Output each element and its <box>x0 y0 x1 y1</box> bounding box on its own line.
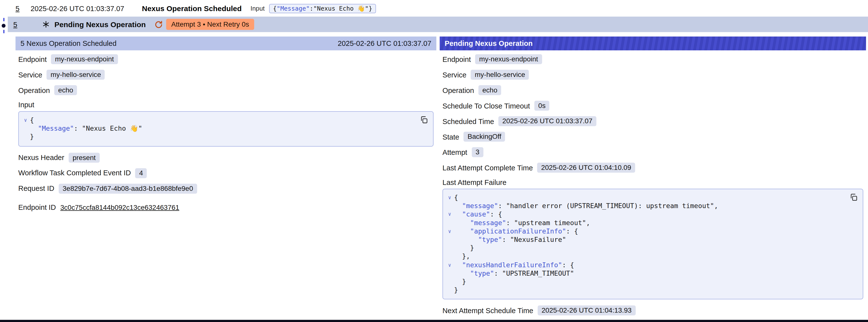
scheduled-event-panel: 5 Nexus Operation Scheduled 2025-02-26 U… <box>16 36 436 319</box>
code-key: "type" <box>478 236 502 244</box>
event-timestamp: 2025-02-26 UTC 01:03:37.07 <box>31 4 124 12</box>
code-gutter <box>445 202 454 211</box>
collapse-toggle-icon[interactable]: ∨ <box>21 116 30 125</box>
retry-icon <box>155 20 163 29</box>
event-id-link[interactable]: 5 <box>16 4 20 12</box>
collapse-toggle-icon[interactable]: ∨ <box>445 261 454 269</box>
code-key: "message" <box>470 219 506 227</box>
code-text: :"Nexus Echo 👋"} <box>310 5 372 12</box>
field-label: Service <box>18 70 42 79</box>
collapse-toggle-icon[interactable]: ∨ <box>445 211 454 219</box>
code-text <box>454 261 462 269</box>
field-value-chip: my-nexus-endpoint <box>475 54 542 64</box>
field-nexus-header: Nexus Header present <box>18 150 434 165</box>
code-line: ∨ "nexusHandlerFailureInfo": { <box>445 261 857 269</box>
field-label: Operation <box>18 86 50 94</box>
pending-operation-title: Pending Nexus Operation <box>54 20 146 29</box>
code-key: "cause" <box>462 211 490 219</box>
event-detail-panels: 5 Nexus Operation Scheduled 2025-02-26 U… <box>16 36 866 319</box>
code-text <box>454 219 470 227</box>
code-key: "applicationFailureInfo" <box>470 227 566 236</box>
field-label: Endpoint <box>442 55 471 63</box>
field-value-chip: my-hello-service <box>46 70 105 79</box>
field-service: Service my-hello-service <box>18 67 434 83</box>
field-label: Next Attempt Schedule Time <box>442 307 533 315</box>
field-service: Service my-hello-service <box>442 67 863 83</box>
code-gutter <box>21 133 30 141</box>
scheduled-panel-body: Endpoint my-nexus-endpoint Service my-he… <box>16 50 436 215</box>
bottom-edge-divider <box>0 320 868 322</box>
event-row-scheduled[interactable]: 5 2025-02-26 UTC 01:03:37.07 Nexus Opera… <box>0 0 868 17</box>
code-key: "message" <box>462 202 498 211</box>
code-line: } <box>21 133 427 141</box>
attempt-retry-badge: Attempt 3 • Next Retry 0s <box>166 19 254 30</box>
input-section-label: Input <box>18 98 434 111</box>
field-value-chip: my-nexus-endpoint <box>51 54 118 64</box>
code-gutter <box>445 244 454 253</box>
endpoint-id-link[interactable]: 3c0c75ccfa8144b092c13ce632463761 <box>60 203 179 211</box>
code-gutter <box>21 125 30 133</box>
code-text: { <box>273 5 277 12</box>
code-text <box>454 211 462 219</box>
field-label: State <box>442 133 459 141</box>
code-line: "type": "NexusFailure" <box>445 236 857 244</box>
code-line: "type": "UPSTREAM_TIMEOUT" <box>445 269 857 278</box>
copy-icon[interactable] <box>849 193 858 201</box>
field-value-chip: 0s <box>534 101 550 110</box>
field-endpoint: Endpoint my-nexus-endpoint <box>18 52 434 67</box>
code-text: } <box>454 278 466 286</box>
code-gutter <box>445 253 454 261</box>
field-value-chip: present <box>69 153 100 162</box>
field-label: Endpoint ID <box>18 203 56 212</box>
field-label: Request ID <box>18 185 54 193</box>
code-gutter <box>445 219 454 227</box>
field-state: State BackingOff <box>442 129 863 144</box>
code-text: { <box>30 116 34 125</box>
field-next-attempt-schedule-time: Next Attempt Schedule Time 2025-02-26 UT… <box>442 303 863 319</box>
code-text: : "handler error (UPSTREAM_TIMEOUT): ups… <box>498 202 718 211</box>
code-line: } <box>445 286 857 295</box>
code-text: : "upstream timeout", <box>506 219 590 227</box>
field-scheduled-time: Scheduled Time 2025-02-26 UTC 01:03:37.0… <box>442 114 863 129</box>
pending-operation-row[interactable]: 5 Pending Nexus Operation Attempt 3 • Ne… <box>8 17 868 32</box>
scheduled-panel-header: 5 Nexus Operation Scheduled 2025-02-26 U… <box>16 36 436 50</box>
code-gutter <box>445 286 454 295</box>
field-request-id: Request ID 3e829b7e-7d67-4b08-aad3-b1e86… <box>18 181 434 196</box>
code-line: "message": "upstream timeout", <box>445 219 857 227</box>
code-text <box>454 269 470 278</box>
field-value-chip: my-hello-service <box>471 70 529 79</box>
collapse-toggle-icon[interactable]: ∨ <box>445 227 454 236</box>
field-label: Workflow Task Completed Event ID <box>18 169 131 177</box>
pending-operation-panel: Pending Nexus Operation Endpoint my-nexu… <box>440 36 866 319</box>
code-text: : "Nexus Echo 👋" <box>74 125 142 133</box>
event-id-link[interactable]: 5 <box>13 20 17 29</box>
copy-icon[interactable] <box>420 115 429 124</box>
timeline-dot-icon <box>2 24 6 28</box>
code-text: : "NexusFailure" <box>502 236 566 244</box>
field-operation: Operation echo <box>18 82 434 98</box>
event-title: Nexus Operation Scheduled <box>142 4 242 12</box>
field-value-chip: 3e829b7e-7d67-4b08-aad3-b1e868bfe9e0 <box>59 184 197 193</box>
code-line: "message": "handler error (UPSTREAM_TIME… <box>445 202 857 211</box>
code-text: } <box>454 286 458 295</box>
input-json-viewer: ∨{ "Message": "Nexus Echo 👋" } <box>18 111 434 147</box>
field-label: Last Attempt Complete Time <box>442 163 533 172</box>
field-attempt: Attempt 3 <box>442 144 863 160</box>
code-text <box>454 202 462 211</box>
field-label: Endpoint <box>18 55 46 63</box>
field-value-chip: 3 <box>472 147 483 157</box>
input-preview-chip[interactable]: {"Message":"Nexus Echo 👋"} <box>269 4 376 13</box>
field-value-chip: 2025-02-26 UTC 01:04:13.93 <box>538 306 636 316</box>
field-value-chip: 4 <box>135 168 147 178</box>
code-text: { <box>454 194 458 202</box>
failure-json-viewer: ∨{ "message": "handler error (UPSTREAM_T… <box>442 189 863 299</box>
field-value-chip: BackingOff <box>464 132 505 141</box>
code-text: : { <box>566 227 578 236</box>
code-key: "nexusHandlerFailureInfo" <box>462 261 562 269</box>
code-text: } <box>454 244 474 253</box>
field-endpoint-id: Endpoint ID 3c0c75ccfa8144b092c13ce63246… <box>18 199 434 215</box>
code-line: ∨ "applicationFailureInfo": { <box>445 227 857 236</box>
collapse-toggle-icon[interactable]: ∨ <box>445 194 454 202</box>
code-gutter <box>445 278 454 286</box>
field-label: Service <box>442 70 466 79</box>
